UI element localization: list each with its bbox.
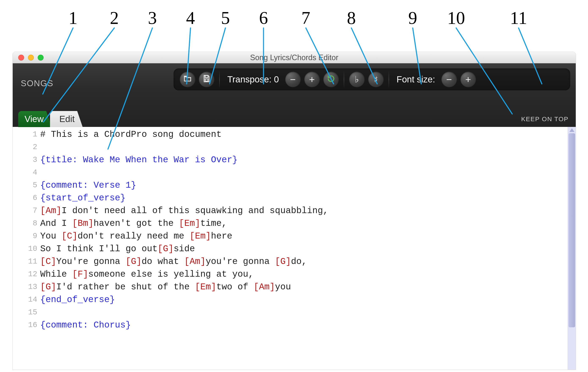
token-chord: [Em] [179,219,200,229]
token-directive: {start_of_verse} [40,193,126,203]
line-number: 13 [13,281,37,293]
callout-number: 3 [148,8,157,28]
code-line[interactable]: {comment: Chorus} [40,319,568,331]
line-number: 12 [13,268,37,281]
token-directive: {comment: Chorus} [40,320,131,330]
token-chord: [Am] [40,206,62,216]
token-text: someone else is yelling at you, [88,269,253,279]
token-directive: {comment: Verse 1} [40,180,136,190]
token-chord: [F] [72,269,88,279]
token-text: I'd rather be shut of the [56,282,195,292]
callout-number: 1 [69,8,77,28]
token-text: you [275,282,291,292]
line-number: 10 [13,242,37,255]
token-text: I don't need all of this squawking and s… [62,206,328,216]
token-text: And I [40,219,72,229]
code-line[interactable]: {title: Wake Me When the War is Over} [40,153,568,166]
token-comment: # This is a ChordPro song document [40,130,222,140]
token-directive: {title: Wake Me When the War is Over} [40,155,238,165]
vertical-scrollbar[interactable] [568,127,576,370]
darkbar: SONGS Transpose: 0 − [13,63,576,127]
callout-number: 8 [347,8,356,28]
keep-on-top-toggle[interactable]: KEEP ON TOP [521,115,568,123]
line-number: 15 [13,306,37,319]
window-title: Song Lyrics/Chords Editor [13,53,576,62]
code-line[interactable]: # This is a ChordPro song document [40,128,568,141]
token-chord: [Am] [184,257,206,267]
svg-rect-11 [205,76,208,77]
code-line[interactable]: So I think I'll go out[G]side [40,242,568,255]
callout-number: 11 [510,8,527,28]
folder-open-icon [183,74,192,85]
code-line[interactable]: {end_of_verse} [40,293,568,306]
save-button[interactable] [199,72,214,87]
code-line[interactable] [40,141,568,153]
separator [388,71,389,88]
token-text: You [40,231,62,241]
separator [219,71,220,88]
plus-icon: + [309,75,315,84]
line-number: 4 [13,166,37,179]
scroll-thumb[interactable] [568,133,575,327]
callout-number: 2 [110,8,119,28]
open-button[interactable] [180,72,195,87]
token-text: time, [200,219,227,229]
token-chord: [Bm] [72,219,94,229]
minus-icon: − [446,75,452,84]
token-chord: [C] [62,231,78,241]
fontsize-label: Font size: [394,74,438,85]
token-directive: {end_of_verse} [40,295,115,305]
callout-number: 4 [186,8,195,28]
line-number: 3 [13,153,37,166]
line-number: 8 [13,217,37,230]
callout-number: 10 [447,8,465,28]
songs-button[interactable]: SONGS [21,79,53,88]
callout-number: 9 [408,8,417,28]
tab-view[interactable]: View [18,111,52,127]
line-number: 5 [13,179,37,192]
tab-bar: View Edit [18,111,81,127]
code-line[interactable]: [G]I'd rather be shut of the [Em]two of … [40,281,568,293]
token-text: don't really need me [77,231,189,241]
tool-panel: Transpose: 0 − + ♭ ♯ [174,68,570,90]
token-text: You're gonna [56,257,126,267]
code-line[interactable]: [C]You're gonna [G]do what [Am]you're go… [40,255,568,268]
line-number: 9 [13,230,37,242]
code-line[interactable]: [Am]I don't need all of this squawking a… [40,204,568,217]
token-chord: [Em] [195,282,216,292]
code-line[interactable]: {comment: Verse 1} [40,179,568,192]
code-editor[interactable]: # This is a ChordPro song document {titl… [40,127,568,370]
titlebar: Song Lyrics/Chords Editor [13,52,576,63]
code-line[interactable]: And I [Bm]haven't got the [Em]time, [40,217,568,230]
callout-number: 6 [259,8,268,28]
prefer-sharp-button[interactable]: ♯ [368,72,384,87]
token-text: here [211,231,232,241]
fontsize-up-button[interactable]: + [461,72,476,87]
fontsize-down-button[interactable]: − [441,72,457,87]
token-text: While [40,269,72,279]
code-line[interactable]: While [F]someone else is yelling at you, [40,268,568,281]
code-line[interactable] [40,166,568,179]
callout-number: 7 [301,8,310,28]
transpose-label: Transpose: 0 [225,74,282,85]
token-text: you're gonna [206,257,275,267]
transpose-reset-button[interactable] [323,72,339,87]
token-text: do what [142,257,184,267]
line-number: 7 [13,204,37,217]
token-chord: [Am] [253,282,275,292]
token-text: haven't got the [94,219,179,229]
save-icon [202,74,211,85]
transpose-up-button[interactable]: + [304,72,320,87]
code-line[interactable]: You [C]don't really need me [Em]here [40,230,568,242]
token-chord: [Em] [190,231,211,241]
token-text: side [174,244,195,254]
code-line[interactable]: {start_of_verse} [40,192,568,204]
scroll-up-arrow-icon[interactable] [569,128,575,132]
separator [344,71,344,88]
code-line[interactable] [40,306,568,319]
line-number: 1 [13,128,37,141]
line-number-gutter: 12345678910111213141516 [13,127,40,370]
tab-edit[interactable]: Edit [50,111,83,127]
transpose-down-button[interactable]: − [285,72,301,87]
prefer-flat-button[interactable]: ♭ [349,72,365,87]
